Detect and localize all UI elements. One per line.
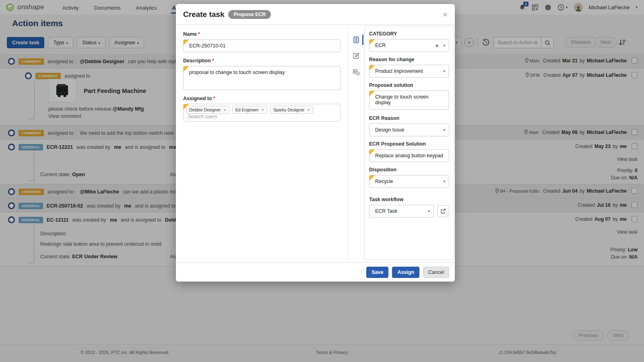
assign-button[interactable]: Assign [392, 267, 419, 278]
task-workflow-value: ECR Task [375, 208, 397, 214]
proposed-solution-field-label: Proposed solution [369, 82, 449, 88]
clear-icon[interactable]: × [435, 43, 438, 49]
name-field-label: Name [183, 31, 341, 37]
open-workflow-button[interactable] [437, 205, 449, 217]
description-input[interactable]: proposal to change to touch screen displ… [183, 66, 341, 90]
disposition-field-label: Disposition [369, 167, 449, 173]
workflow-clock-icon [353, 68, 360, 76]
task-workflow-field-label: Task workflow [369, 197, 449, 202]
reason-value: Product improvement [375, 68, 423, 74]
ecr-reason-field-label: ECR Reason [369, 115, 449, 121]
category-select[interactable]: ECR × ▾ [369, 39, 449, 52]
modal-body: Name ECR-250710-01 Description proposal … [176, 25, 455, 262]
remove-chip-icon[interactable]: × [308, 107, 310, 112]
tab-workflow-history[interactable] [353, 68, 360, 76]
modal-title: Create task [183, 10, 224, 19]
chevron-down-icon[interactable]: ▾ [443, 128, 445, 132]
chevron-down-icon[interactable]: ▾ [443, 179, 445, 183]
assignee-chip-label: Sparky Designer [273, 107, 305, 112]
reason-field-label: Reason for change [369, 57, 449, 62]
assignee-chip[interactable]: Sparky Designer× [270, 106, 313, 114]
assignee-chip-label: Ed Engineer [235, 107, 259, 112]
ecr-proposed-solution-input[interactable]: Replace analog button keypad [369, 149, 449, 162]
modal-left-column: Name ECR-250710-01 Description proposal … [176, 25, 348, 262]
assignee-chip[interactable]: Debbie Designer× [186, 106, 229, 114]
close-icon[interactable]: × [443, 10, 448, 19]
search-users-placeholder[interactable]: Search users [188, 114, 217, 119]
chevron-down-icon[interactable]: ▾ [428, 209, 430, 213]
external-link-icon [440, 208, 446, 214]
cancel-button[interactable]: Cancel [423, 267, 449, 278]
task-workflow-select[interactable]: ECR Task ▾ [369, 205, 434, 218]
remove-chip-icon[interactable]: × [223, 107, 226, 112]
task-workflow-row: ECR Task ▾ [369, 205, 449, 218]
assignee-chip[interactable]: Ed Engineer× [232, 106, 267, 114]
category-value: ECR [375, 43, 386, 48]
assigned-to-field-label: Assigned to [183, 96, 341, 101]
ecr-proposed-solution-field-label: ECR Proposed Solution [369, 141, 449, 147]
chevron-down-icon[interactable]: ▾ [443, 69, 445, 73]
chevron-down-icon[interactable]: ▾ [443, 43, 445, 47]
document-icon [353, 36, 360, 43]
proposed-solution-input[interactable]: Change to touch screen display [369, 90, 449, 110]
assigned-to-input[interactable]: Debbie Designer× Ed Engineer× Sparky Des… [183, 104, 341, 121]
remove-chip-icon[interactable]: × [261, 107, 264, 112]
modal-header: Create task Propose ECR × [176, 4, 455, 25]
modal-right-panel: CATEGORY ECR × ▾ Reason for change Produ… [364, 26, 454, 260]
category-field-label: CATEGORY [369, 31, 449, 37]
reason-select[interactable]: Product improvement ▾ [369, 65, 449, 78]
description-field-label: Description [183, 58, 341, 64]
name-input[interactable]: ECR-250710-01 [183, 39, 341, 52]
modal-footer: Save Assign Cancel [176, 262, 455, 282]
edit-note-icon [353, 52, 360, 60]
ecr-reason-select[interactable]: Design Issue ▾ [369, 123, 449, 136]
ecr-reason-value: Design Issue [375, 127, 404, 133]
disposition-select[interactable]: Recycle ▾ [369, 175, 449, 188]
tab-edit-notes[interactable] [353, 52, 360, 60]
save-button[interactable]: Save [366, 267, 388, 278]
disposition-value: Recycle [375, 179, 393, 184]
assignee-chip-label: Debbie Designer [189, 107, 221, 112]
tab-properties[interactable] [353, 36, 360, 43]
workflow-pill-badge: Propose ECR [228, 10, 271, 19]
modal-side-tabs [348, 25, 364, 262]
create-task-modal: Create task Propose ECR × Name ECR-25071… [176, 4, 455, 282]
